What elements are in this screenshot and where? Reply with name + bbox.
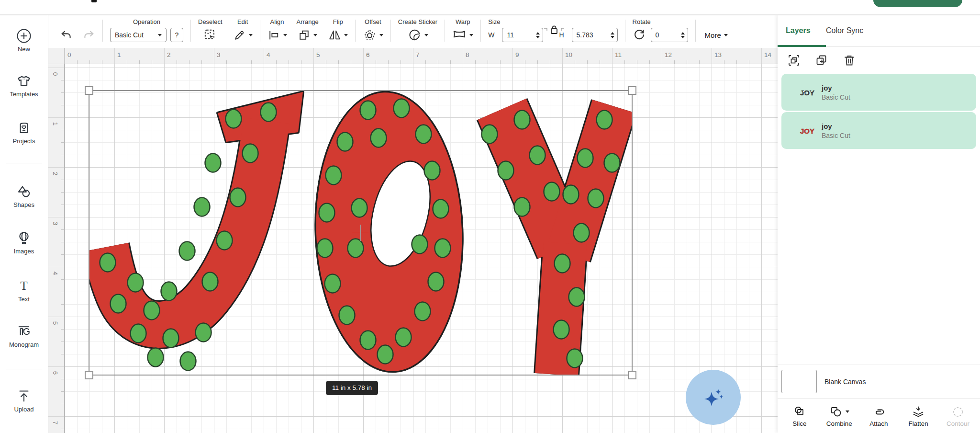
attach-button[interactable]: Attach bbox=[864, 399, 894, 433]
align-button[interactable] bbox=[267, 29, 287, 42]
rotate-input[interactable]: 0 bbox=[651, 28, 688, 42]
active-tab-underline bbox=[778, 45, 826, 47]
h-ruler-number: 9 bbox=[515, 51, 519, 58]
sidebar-item-label: Text bbox=[0, 296, 48, 303]
chevron-down-icon bbox=[469, 34, 473, 36]
create-sticker-button[interactable] bbox=[407, 28, 428, 42]
toolbar-separator bbox=[445, 20, 445, 42]
combine-button[interactable]: Combine bbox=[824, 399, 855, 433]
edit-button[interactable] bbox=[233, 29, 253, 42]
flatten-button[interactable]: Flatten bbox=[903, 399, 934, 433]
duplicate-button[interactable] bbox=[815, 54, 828, 67]
chevron-down-icon bbox=[313, 34, 317, 36]
images-balloon-icon bbox=[0, 230, 48, 246]
height-value: 5.783 bbox=[577, 31, 593, 39]
lock-icon bbox=[543, 24, 565, 35]
v-ruler-number: 0 bbox=[52, 71, 59, 78]
height-input[interactable]: 5.783 bbox=[572, 28, 618, 42]
sidebar-item-templates[interactable]: Templates bbox=[0, 73, 48, 98]
dimension-tooltip: 11 in x 5.78 in bbox=[326, 381, 378, 395]
app-header bbox=[0, 0, 980, 15]
sidebar-item-projects[interactable]: Projects bbox=[0, 120, 48, 145]
offset-button[interactable] bbox=[363, 28, 383, 42]
resize-handle-top-right[interactable] bbox=[628, 86, 636, 95]
attach-icon bbox=[872, 405, 886, 419]
resize-handle-top-left[interactable] bbox=[85, 86, 93, 95]
width-stepper[interactable] bbox=[536, 32, 540, 38]
history-group bbox=[60, 18, 95, 44]
resize-handle-bottom-right[interactable] bbox=[628, 371, 636, 379]
layer-row-red[interactable]: JOY joy Basic Cut bbox=[781, 112, 976, 149]
monogram-icon bbox=[0, 324, 48, 339]
tab-color-sync[interactable]: Color Sync bbox=[826, 26, 863, 35]
make-button[interactable] bbox=[873, 0, 962, 7]
more-button[interactable]: More bbox=[705, 26, 728, 44]
h-ruler-number: 7 bbox=[416, 51, 420, 58]
sidebar-item-new[interactable]: New bbox=[0, 28, 48, 53]
slice-button[interactable]: Slice bbox=[784, 399, 815, 433]
select-all-button[interactable] bbox=[787, 54, 801, 67]
v-ruler-number: 3 bbox=[52, 220, 59, 227]
toolbar-separator bbox=[260, 20, 260, 42]
layer-row-dots[interactable]: JOY joy Basic Cut bbox=[781, 74, 976, 111]
layer-title: joy bbox=[822, 122, 850, 130]
ai-sparkle-button[interactable] bbox=[686, 370, 741, 425]
offset-label: Offset bbox=[365, 18, 381, 26]
sidebar-item-monogram[interactable]: Monogram bbox=[0, 324, 48, 348]
text-icon: T bbox=[0, 278, 48, 294]
sidebar-item-upload[interactable]: Upload bbox=[0, 388, 48, 413]
toolbar-separator bbox=[390, 20, 391, 42]
projects-card-icon bbox=[0, 120, 48, 136]
warp-icon bbox=[452, 28, 467, 42]
sidebar-item-images[interactable]: Images bbox=[0, 230, 48, 255]
operation-group: Operation Basic Cut ? bbox=[110, 18, 183, 44]
flatten-icon bbox=[912, 405, 925, 419]
v-ruler-number: 5 bbox=[52, 320, 59, 327]
toolbar-separator bbox=[480, 20, 481, 42]
layer-title: joy bbox=[822, 84, 850, 92]
rotate-stepper[interactable] bbox=[681, 32, 685, 38]
sidebar-item-text[interactable]: T Text bbox=[0, 278, 48, 303]
contour-button[interactable]: Contour bbox=[943, 399, 973, 433]
size-label: Size bbox=[488, 18, 500, 26]
sidebar-item-label: Projects bbox=[0, 137, 48, 145]
svg-text:JOY: JOY bbox=[800, 127, 814, 135]
rotate-value: 0 bbox=[656, 31, 659, 39]
flip-button[interactable] bbox=[328, 29, 348, 42]
arrange-group: Arrange bbox=[297, 18, 319, 44]
edit-group: Edit bbox=[233, 18, 253, 44]
rotate-button[interactable] bbox=[633, 28, 646, 42]
delete-button[interactable] bbox=[843, 54, 856, 67]
layer-list: JOY joy Basic Cut JOY joy Basic Cut bbox=[778, 72, 980, 149]
operation-select[interactable]: Basic Cut bbox=[110, 28, 167, 42]
h-ruler-number: 12 bbox=[665, 51, 672, 58]
more-label: More bbox=[705, 31, 721, 39]
arrange-button[interactable] bbox=[298, 29, 317, 42]
blank-canvas-swatch[interactable] bbox=[781, 370, 817, 393]
ruler-corner bbox=[48, 48, 65, 64]
chevron-down-icon bbox=[249, 34, 253, 36]
aspect-lock-button[interactable] bbox=[543, 24, 565, 35]
v-ruler-number: 6 bbox=[52, 370, 59, 376]
h-ruler-number: 5 bbox=[316, 51, 320, 58]
chevron-down-icon bbox=[344, 34, 348, 36]
sidebar-item-shapes[interactable]: Shapes bbox=[0, 184, 48, 208]
undo-button[interactable] bbox=[60, 29, 73, 42]
warp-button[interactable] bbox=[452, 28, 473, 42]
align-group: Align bbox=[267, 18, 287, 44]
height-stepper[interactable] bbox=[611, 32, 614, 38]
width-input[interactable]: 11 bbox=[502, 28, 543, 42]
v-ruler-number: 2 bbox=[52, 171, 59, 177]
v-ruler-number: 7 bbox=[52, 420, 59, 426]
help-button[interactable]: ? bbox=[170, 28, 183, 42]
h-ruler-number: 4 bbox=[267, 51, 270, 58]
tab-layers[interactable]: Layers bbox=[786, 26, 826, 35]
operation-label: Operation bbox=[133, 18, 160, 26]
width-value: 11 bbox=[507, 31, 514, 39]
design-canvas[interactable]: 01234567891011121314 01234567 bbox=[48, 48, 778, 433]
v-ruler-number: 4 bbox=[52, 270, 59, 277]
resize-handle-bottom-left[interactable] bbox=[85, 371, 93, 379]
redo-button[interactable] bbox=[82, 29, 95, 42]
deselect-button[interactable] bbox=[203, 28, 217, 42]
blank-canvas-label: Blank Canvas bbox=[824, 378, 866, 386]
